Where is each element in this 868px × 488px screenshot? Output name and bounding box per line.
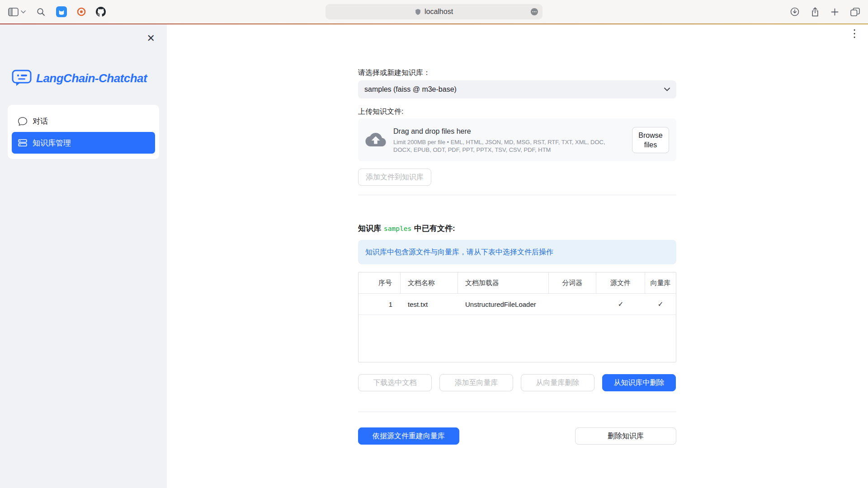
extension-blue-icon[interactable] bbox=[56, 6, 67, 17]
new-tab-icon[interactable] bbox=[831, 8, 839, 16]
page-settings-icon[interactable] bbox=[530, 8, 538, 16]
upload-label: 上传知识文件: bbox=[358, 107, 676, 117]
logo-text: LangChain-Chatchat bbox=[36, 71, 147, 85]
share-icon[interactable] bbox=[811, 7, 819, 17]
info-alert: 知识库中包含源文件与向量库，请从下表中选择文件后操作 bbox=[358, 240, 676, 264]
app-page: ⋮ ✕ LangChain-Chatchat bbox=[0, 24, 868, 488]
downloads-icon[interactable] bbox=[790, 7, 799, 16]
cell-loader: UnstructuredFileLoader bbox=[458, 294, 549, 314]
kb-select-value: samples (faiss @ m3e-base) bbox=[364, 85, 457, 94]
kb-management-panel: 请选择或新建知识库： samples (faiss @ m3e-base) 上传… bbox=[358, 24, 676, 445]
address-bar[interactable]: localhost bbox=[326, 4, 542, 19]
add-files-to-kb-button[interactable]: 添加文件到知识库 bbox=[358, 169, 431, 186]
divider bbox=[358, 412, 676, 412]
kb-files-table[interactable]: 序号 文档名称 文档加载器 分词器 源文件 向量库 1 test.txt Uns… bbox=[358, 272, 676, 362]
sidebar-panel-icon bbox=[8, 8, 19, 16]
table-row[interactable]: 1 test.txt UnstructuredFileLoader ✓ ✓ bbox=[359, 294, 676, 315]
cell-splitter bbox=[549, 294, 596, 314]
cell-source-check: ✓ bbox=[596, 294, 645, 314]
rebuild-vector-store-button[interactable]: 依据源文件重建向量库 bbox=[358, 427, 459, 445]
chevron-down-icon bbox=[664, 88, 670, 91]
browse-files-button[interactable]: Browse files bbox=[632, 127, 669, 153]
table-header-row: 序号 文档名称 文档加载器 分词器 源文件 向量库 bbox=[359, 272, 676, 294]
kb-select-label: 请选择或新建知识库： bbox=[358, 68, 676, 78]
privacy-shield-icon bbox=[415, 9, 421, 15]
sidebar-toggle-button[interactable] bbox=[8, 8, 26, 16]
table-header-loader[interactable]: 文档加载器 bbox=[458, 272, 549, 293]
add-to-vector-store-button[interactable]: 添加至向量库 bbox=[439, 374, 513, 391]
sidebar-item-chat[interactable]: 对话 bbox=[12, 110, 155, 132]
dropzone-title: Drag and drop files here bbox=[393, 127, 625, 136]
search-icon bbox=[37, 8, 45, 16]
extension-orange-icon[interactable] bbox=[76, 6, 87, 17]
sidebar: ✕ LangChain-Chatchat 对 bbox=[0, 24, 167, 488]
dropzone-text: Drag and drop files here Limit 200MB per… bbox=[393, 127, 625, 154]
table-header-vector[interactable]: 向量库 bbox=[645, 272, 676, 293]
kb-select[interactable]: samples (faiss @ m3e-base) bbox=[358, 80, 676, 99]
file-actions-row: 下载选中文档 添加至向量库 从向量库删除 从知识库中删除 bbox=[358, 374, 676, 391]
app-logo: LangChain-Chatchat bbox=[12, 70, 167, 87]
table-header-filename[interactable]: 文档名称 bbox=[401, 272, 458, 293]
sidebar-item-label: 对话 bbox=[33, 116, 48, 127]
chat-icon bbox=[18, 117, 27, 126]
remove-from-vector-button[interactable]: 从向量库删除 bbox=[521, 374, 594, 391]
tab-overview-icon[interactable] bbox=[850, 8, 860, 16]
sidebar-nav: 对话 知识库管理 bbox=[8, 105, 159, 159]
cell-vector-check: ✓ bbox=[645, 294, 676, 314]
browser-toolbar: localhost bbox=[0, 0, 868, 23]
sidebar-item-label: 知识库管理 bbox=[33, 138, 71, 148]
kb-heading-prefix: 知识库 bbox=[358, 224, 381, 233]
cloud-upload-icon bbox=[365, 133, 386, 147]
dropzone-limit: Limit 200MB per file • EML, HTML, JSON, … bbox=[393, 138, 625, 154]
kb-files-heading: 知识库samples中已有文件: bbox=[358, 223, 676, 234]
kb-name-code: samples bbox=[384, 225, 411, 232]
hdd-stack-icon bbox=[18, 138, 27, 147]
logo-bubble-icon bbox=[12, 70, 32, 87]
sidebar-close-button[interactable]: ✕ bbox=[147, 33, 155, 44]
download-selected-button[interactable]: 下载选中文档 bbox=[358, 374, 432, 391]
github-extension-icon[interactable] bbox=[96, 7, 106, 17]
chevron-down-icon bbox=[21, 10, 26, 14]
table-header-source[interactable]: 源文件 bbox=[596, 272, 645, 293]
kb-heading-suffix: 中已有文件: bbox=[414, 224, 455, 233]
table-header-index[interactable]: 序号 bbox=[359, 272, 401, 293]
app-menu-button[interactable]: ⋮ bbox=[849, 28, 860, 39]
search-button[interactable] bbox=[37, 8, 45, 16]
table-header-splitter[interactable]: 分词器 bbox=[549, 272, 596, 293]
url-text: localhost bbox=[425, 8, 453, 16]
kb-bottom-actions: 依据源文件重建向量库 删除知识库 bbox=[358, 427, 676, 445]
divider bbox=[358, 195, 676, 195]
cell-index: 1 bbox=[359, 294, 401, 314]
file-dropzone[interactable]: Drag and drop files here Limit 200MB per… bbox=[358, 118, 676, 161]
sidebar-item-kb-management[interactable]: 知识库管理 bbox=[12, 132, 155, 154]
delete-kb-button[interactable]: 删除知识库 bbox=[575, 427, 676, 445]
delete-from-kb-button[interactable]: 从知识库中删除 bbox=[602, 374, 676, 391]
cell-filename: test.txt bbox=[401, 294, 458, 314]
